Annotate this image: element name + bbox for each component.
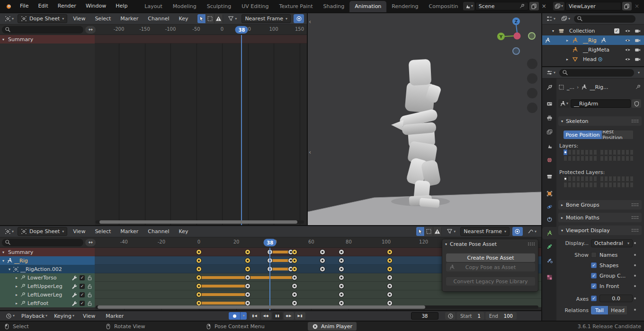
- box-select-tool-button[interactable]: [206, 14, 215, 23]
- layer-button[interactable]: [604, 149, 608, 155]
- channel-enable-checkbox[interactable]: ✓: [80, 301, 85, 306]
- layer-button[interactable]: [564, 176, 567, 182]
- group-c--checkbox[interactable]: ✓: [591, 273, 597, 279]
- outliner-row--rigmeta[interactable]: __RigMeta: [542, 45, 644, 54]
- layer-button[interactable]: [581, 176, 584, 182]
- keyframe[interactable]: [339, 258, 344, 263]
- scene-name-field[interactable]: Scene: [475, 2, 528, 10]
- menu-marker[interactable]: Marker: [116, 228, 142, 235]
- animate-dot-icon[interactable]: [634, 242, 636, 244]
- channel-row-summary[interactable]: ▾Summary: [0, 248, 95, 256]
- layer-button[interactable]: [600, 176, 604, 182]
- search-field[interactable]: [559, 69, 634, 77]
- convert-legacy-pose-library-button[interactable]: Convert Legacy Pose Library: [446, 277, 535, 286]
- animate-dot-icon[interactable]: [634, 285, 636, 287]
- falloff-button[interactable]: ▾: [526, 227, 538, 236]
- keyframe[interactable]: [339, 250, 344, 254]
- menu-view[interactable]: View: [79, 313, 99, 319]
- layer-button[interactable]: [600, 156, 604, 161]
- animate-dot-icon[interactable]: [634, 264, 636, 266]
- breadcrumb-target[interactable]: __Rig...: [590, 84, 608, 90]
- viewport-3d[interactable]: ‹ ‹ Z Y: [308, 13, 541, 225]
- keyframe[interactable]: [292, 258, 297, 263]
- eye-icon[interactable]: [625, 66, 631, 67]
- layer-button[interactable]: [626, 149, 629, 155]
- layer-button[interactable]: [617, 149, 621, 155]
- menu-help[interactable]: Help: [111, 0, 132, 12]
- layer-button[interactable]: [585, 182, 589, 188]
- layer-button[interactable]: [600, 182, 604, 188]
- expand-right-icon[interactable]: ▸: [13, 301, 20, 305]
- layer-button[interactable]: [604, 156, 608, 161]
- expand-down-icon[interactable]: ▾: [561, 119, 563, 123]
- camera-icon[interactable]: [635, 28, 641, 34]
- keyframe[interactable]: [197, 275, 201, 280]
- tab-compositing[interactable]: Compositing: [424, 1, 458, 12]
- frame-range-button[interactable]: ↔: [85, 239, 96, 246]
- use-preview-range-button[interactable]: [445, 312, 456, 320]
- channel-enable-checkbox[interactable]: ✓: [80, 284, 85, 289]
- search-field[interactable]: [2, 26, 83, 34]
- previous-keyframe-button[interactable]: ◀◆: [261, 312, 271, 320]
- tab-collection[interactable]: [542, 170, 556, 183]
- layer-button[interactable]: [593, 156, 597, 161]
- tab-view-layer[interactable]: [542, 126, 556, 138]
- jump-to-start-button[interactable]: ▮◀: [250, 312, 260, 320]
- keyframe[interactable]: [292, 284, 297, 288]
- animate-dot-icon[interactable]: [634, 254, 636, 256]
- tab-constraints[interactable]: [542, 213, 556, 226]
- camera-icon[interactable]: [635, 56, 641, 62]
- menu-marker[interactable]: Marker: [116, 16, 142, 22]
- tab-output[interactable]: [542, 112, 556, 124]
- drag-grip-icon[interactable]: [528, 242, 535, 246]
- expand-right-icon[interactable]: ▸: [561, 216, 563, 220]
- snap-mode-select[interactable]: Nearest Frame▾: [460, 227, 510, 236]
- menu-file[interactable]: File: [16, 0, 33, 12]
- layer-button[interactable]: [576, 176, 580, 182]
- layer-button[interactable]: [568, 156, 572, 161]
- eye-icon[interactable]: [625, 47, 631, 53]
- proportional-edit-button[interactable]: [512, 227, 523, 236]
- blender-menu-button[interactable]: [3, 2, 15, 11]
- layer-button[interactable]: [568, 149, 572, 155]
- axes-position-field[interactable]: 0.0: [599, 295, 633, 302]
- tab-sculpting[interactable]: Sculpting: [202, 1, 236, 12]
- names-checkbox[interactable]: [591, 252, 597, 258]
- panel-header-skeleton[interactable]: ▾Skeleton: [558, 116, 642, 126]
- layer-button[interactable]: [613, 156, 617, 161]
- outliner-row-leftfoot[interactable]: ▸LeftFoot: [542, 64, 644, 66]
- anim-player-button[interactable]: Anim Player: [308, 322, 357, 331]
- keyframe[interactable]: [197, 258, 201, 263]
- display-mode-button[interactable]: ▾: [545, 14, 557, 23]
- warning-icon[interactable]: [215, 14, 223, 23]
- keyframe[interactable]: [245, 284, 250, 288]
- layer-button[interactable]: [626, 156, 629, 161]
- expand-right-icon[interactable]: ▸: [13, 284, 20, 288]
- gizmo-x-axis[interactable]: [514, 33, 521, 40]
- keyframe[interactable]: [292, 292, 297, 297]
- proportional-edit-button[interactable]: [294, 14, 304, 23]
- wrench-icon[interactable]: [72, 275, 78, 281]
- snap-mode-select[interactable]: Nearest Frame▾: [242, 14, 291, 23]
- jump-to-end-button[interactable]: ▶▮: [295, 312, 305, 320]
- frame-range-button[interactable]: ↔: [85, 26, 96, 34]
- filter-button[interactable]: ▾: [445, 227, 457, 236]
- expand-right-icon[interactable]: ▸: [564, 57, 571, 61]
- animate-dot-icon[interactable]: [634, 309, 636, 311]
- layer-button[interactable]: [585, 149, 589, 155]
- armature-browse-button[interactable]: ▾: [558, 99, 570, 108]
- layer-button[interactable]: [585, 156, 589, 161]
- layer-button[interactable]: [600, 149, 604, 155]
- expand-down-icon[interactable]: ▾: [6, 267, 13, 271]
- keyframe[interactable]: [320, 258, 325, 263]
- layer-button[interactable]: [608, 176, 612, 182]
- warning-icon[interactable]: [433, 227, 442, 236]
- channel-enable-checkbox[interactable]: ✓: [80, 275, 85, 280]
- layer-button[interactable]: [564, 182, 567, 188]
- eye-icon[interactable]: [625, 56, 631, 62]
- menu-select[interactable]: Select: [91, 16, 115, 22]
- layer-button[interactable]: [630, 149, 634, 155]
- layer-button[interactable]: [589, 176, 593, 182]
- scene-browse-button[interactable]: ▾: [463, 2, 474, 10]
- menu-marker[interactable]: Marker: [102, 313, 127, 319]
